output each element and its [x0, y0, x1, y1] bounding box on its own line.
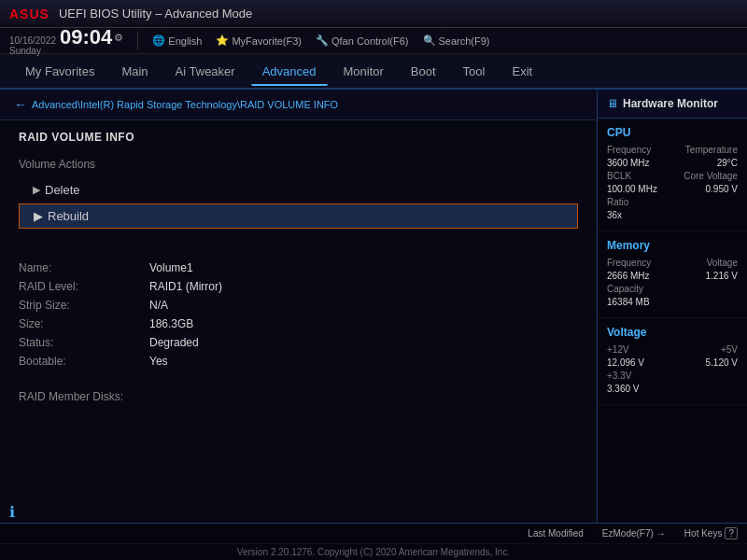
table-row: Size: 186.3GB [19, 315, 578, 333]
title-bar: ASUS UEFI BIOS Utility – Advanced Mode [0, 0, 747, 28]
raid-member-section: RAID Member Disks: [0, 380, 597, 413]
nav-bar: My Favorites Main Ai Tweaker Advanced Mo… [0, 54, 747, 90]
datetime: 10/16/2022 Sunday [9, 35, 56, 56]
info-bar: 10/16/2022 Sunday 09:04 ⚙ 🌐 English ⭐ My… [0, 28, 747, 54]
memory-section: Memory Frequency Voltage 2666 MHz 1.216 … [598, 231, 747, 318]
hardware-monitor-panel: 🖥 Hardware Monitor CPU Frequency Tempera… [598, 90, 747, 543]
gear-icon[interactable]: ⚙ [114, 32, 123, 44]
cpu-frequency-row: Frequency Temperature [607, 145, 738, 155]
memory-section-title: Memory [607, 239, 738, 252]
nav-main[interactable]: Main [110, 59, 159, 84]
last-modified-btn[interactable]: Last Modified [528, 528, 583, 539]
raid-member-label: RAID Member Disks: [19, 390, 123, 403]
volume-actions-label: Volume Actions [19, 158, 578, 171]
nav-boot[interactable]: Boot [400, 59, 447, 84]
nav-advanced[interactable]: Advanced [251, 59, 328, 86]
time-display: 09:04 [60, 25, 112, 49]
cpu-ratio-row: Ratio [607, 197, 738, 207]
main-layout: ← Advanced\Intel(R) Rapid Storage Techno… [0, 90, 747, 543]
monitor-icon: 🖥 [607, 97, 618, 110]
search-item[interactable]: 🔍 Search(F9) [423, 35, 490, 47]
cpu-ratio-value-row: 36x [607, 210, 738, 220]
volt-12-row: +12V +5V [607, 344, 738, 355]
cpu-section-title: CPU [607, 126, 738, 139]
ez-mode-icon: → [656, 528, 666, 539]
cpu-bclk-value-row: 100.00 MHz 0.950 V [607, 184, 738, 194]
nav-exit[interactable]: Exit [500, 59, 543, 84]
section-title-bar: RAID VOLUME INFO [0, 120, 597, 148]
cpu-section: CPU Frequency Temperature 3600 MHz 29°C … [598, 119, 747, 231]
mem-capacity-row: Capacity [607, 284, 738, 294]
mem-capacity-value-row: 16384 MB [607, 297, 738, 307]
nav-tool[interactable]: Tool [452, 59, 497, 84]
hw-monitor-title: Hardware Monitor [623, 97, 718, 110]
raid-info-table: Name: Volume1 RAID Level: RAID1 (Mirror)… [0, 240, 597, 380]
table-row: Bootable: Yes [19, 352, 578, 371]
left-content: ← Advanced\Intel(R) Rapid Storage Techno… [0, 90, 598, 543]
breadcrumb-text: Advanced\Intel(R) Rapid Storage Technolo… [32, 99, 338, 110]
table-row: Strip Size: N/A [19, 296, 578, 315]
mem-frequency-row: Frequency Voltage [607, 258, 738, 268]
delete-action[interactable]: ▶ Delete [19, 178, 578, 202]
qfan-item[interactable]: 🔧 Qfan Control(F6) [316, 35, 409, 47]
back-arrow[interactable]: ← [14, 97, 27, 112]
language-item[interactable]: 🌐 English [152, 35, 202, 47]
table-row: RAID Level: RAID1 (Mirror) [19, 277, 578, 296]
breadcrumb-bar: ← Advanced\Intel(R) Rapid Storage Techno… [0, 90, 597, 120]
table-row: Status: Degraded [19, 333, 578, 352]
cpu-frequency-value-row: 3600 MHz 29°C [607, 158, 738, 168]
voltage-section-title: Voltage [607, 326, 738, 339]
table-row: Name: Volume1 [19, 259, 578, 277]
hot-keys-btn[interactable]: Hot Keys ? [684, 527, 738, 539]
bottom-actions-bar: Last Modified EzMode(F7) → Hot Keys ? [0, 523, 747, 543]
mem-frequency-value-row: 2666 MHz 1.216 V [607, 271, 738, 281]
nav-my-favorites[interactable]: My Favorites [14, 59, 106, 84]
volt-33-value-row: 3.360 V [607, 384, 738, 394]
nav-monitor[interactable]: Monitor [332, 59, 395, 84]
info-icon[interactable]: ℹ [9, 503, 15, 521]
rebuild-action[interactable]: ▶ Rebuild [19, 203, 578, 229]
myfavorite-item[interactable]: ⭐ MyFavorite(F3) [216, 35, 302, 47]
section-title: RAID VOLUME INFO [19, 131, 134, 144]
nav-ai-tweaker[interactable]: Ai Tweaker [164, 59, 247, 84]
volt-12-value-row: 12.096 V 5.120 V [607, 357, 738, 368]
hot-keys-icon: ? [725, 527, 738, 539]
version-bar: Version 2.20.1276. Copyright (C) 2020 Am… [0, 543, 747, 560]
voltage-section: Voltage +12V +5V 12.096 V 5.120 V +3.3V … [598, 318, 747, 405]
ez-mode-btn[interactable]: EzMode(F7) → [602, 528, 666, 539]
title-text: UEFI BIOS Utility – Advanced Mode [59, 7, 252, 21]
version-text: Version 2.20.1276. Copyright (C) 2020 Am… [237, 547, 510, 557]
volt-33-row: +3.3V [607, 371, 738, 381]
hw-monitor-header: 🖥 Hardware Monitor [598, 90, 747, 119]
content-area: Volume Actions ▶ Delete ▶ Rebuild [0, 148, 597, 240]
asus-logo: ASUS [9, 7, 49, 21]
cpu-bclk-row: BCLK Core Voltage [607, 171, 738, 181]
